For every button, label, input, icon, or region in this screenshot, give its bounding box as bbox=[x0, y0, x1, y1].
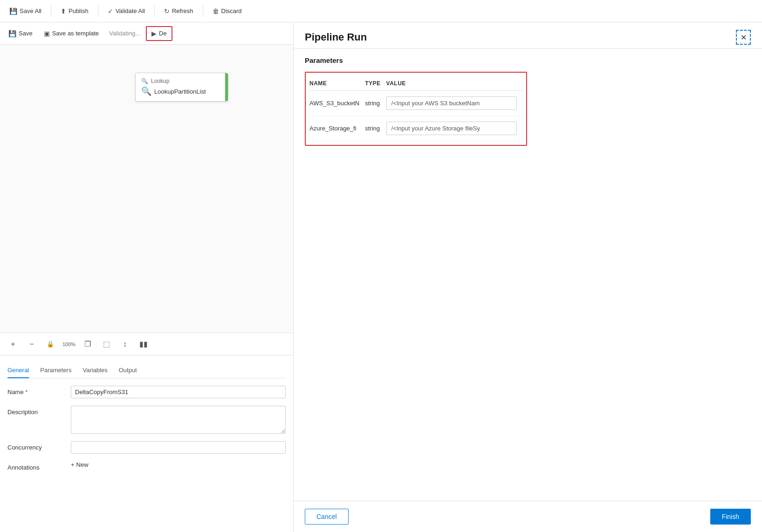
zoom-100-button[interactable]: 100% bbox=[62, 337, 76, 352]
panel-title: Pipeline Run bbox=[305, 31, 367, 43]
validating-status: Validating... bbox=[105, 30, 144, 37]
properties-tabs: General Parameters Variables Output bbox=[7, 363, 286, 378]
col-name: NAME bbox=[309, 76, 365, 91]
save-all-icon: 💾 bbox=[9, 7, 17, 15]
debug-icon: ▶ bbox=[151, 30, 157, 37]
minus-icon: − bbox=[29, 340, 34, 348]
param-name-0: AWS_S3_bucketN bbox=[309, 91, 365, 116]
tab-variables[interactable]: Variables bbox=[82, 363, 107, 378]
layout-icon: ▮▮ bbox=[139, 340, 148, 348]
refresh-icon: ↻ bbox=[164, 7, 170, 15]
validate-icon: ✓ bbox=[108, 7, 113, 15]
panel-footer: Cancel Finish bbox=[294, 501, 762, 532]
cancel-button[interactable]: Cancel bbox=[305, 509, 349, 525]
select-icon: ⬚ bbox=[103, 340, 110, 348]
annotations-row: Annotations + New bbox=[7, 461, 286, 471]
params-table: NAME TYPE VALUE AWS_S3_bucketN string Az… bbox=[309, 76, 522, 141]
expand-button[interactable]: ↕ bbox=[117, 337, 132, 352]
save-all-button[interactable]: 💾 Save All bbox=[4, 5, 47, 18]
divider-4 bbox=[203, 6, 203, 17]
col-value: VALUE bbox=[386, 76, 522, 91]
zoom-remove-button[interactable]: − bbox=[24, 337, 39, 352]
lock-icon: 🔒 bbox=[47, 341, 54, 348]
discard-button[interactable]: 🗑 Discard bbox=[207, 5, 247, 18]
pipeline-node[interactable]: 🔍 Lookup 🔍 LookupPartitionList bbox=[135, 73, 228, 102]
main-layout: 💾 Save ▣ Save as template Validating... … bbox=[0, 22, 762, 532]
new-annotation-button[interactable]: + New bbox=[71, 461, 89, 468]
top-toolbar: 💾 Save All ⬆ Publish ✓ Validate All ↻ Re… bbox=[0, 0, 762, 22]
layout-button[interactable]: ▮▮ bbox=[136, 337, 151, 352]
expand-icon: ↕ bbox=[123, 340, 127, 348]
param-value-cell-1 bbox=[386, 116, 522, 141]
name-row: Name * bbox=[7, 386, 286, 398]
panel-header: Pipeline Run ✕ bbox=[294, 22, 762, 49]
second-toolbar: 💾 Save ▣ Save as template Validating... … bbox=[0, 22, 293, 45]
divider-2 bbox=[98, 6, 98, 17]
close-icon: ✕ bbox=[741, 33, 747, 42]
search-icon: 🔍 bbox=[141, 86, 151, 96]
tab-parameters[interactable]: Parameters bbox=[40, 363, 71, 378]
lock-button[interactable]: 🔒 bbox=[43, 337, 58, 352]
zoom100-icon: 100% bbox=[62, 341, 76, 347]
annotations-label: Annotations bbox=[7, 461, 63, 471]
tab-general[interactable]: General bbox=[7, 363, 29, 378]
validate-all-button[interactable]: ✓ Validate All bbox=[102, 5, 151, 18]
zoom-add-button[interactable]: + bbox=[6, 337, 21, 352]
param-value-input-1[interactable] bbox=[386, 122, 517, 135]
divider-3 bbox=[154, 6, 155, 17]
params-highlight-region: NAME TYPE VALUE AWS_S3_bucketN string Az… bbox=[305, 72, 527, 146]
name-input[interactable] bbox=[71, 386, 286, 398]
concurrency-row: Concurrency bbox=[7, 441, 286, 454]
publish-button[interactable]: ⬆ Publish bbox=[55, 5, 94, 18]
params-subtitle: Parameters bbox=[305, 56, 751, 64]
save-as-template-button[interactable]: ▣ Save as template bbox=[39, 27, 103, 40]
close-button[interactable]: ✕ bbox=[736, 30, 751, 45]
param-row-1: Azure_Storage_fi string bbox=[309, 116, 522, 141]
name-label: Name * bbox=[7, 386, 63, 396]
tab-output[interactable]: Output bbox=[119, 363, 137, 378]
param-name-1: Azure_Storage_fi bbox=[309, 116, 365, 141]
fit-screen-button[interactable]: ❐ bbox=[80, 337, 95, 352]
debug-button[interactable]: ▶ De bbox=[146, 26, 172, 41]
discard-icon: 🗑 bbox=[213, 7, 219, 15]
right-panel: Pipeline Run ✕ Parameters NAME TYPE VALU… bbox=[294, 22, 762, 532]
col-type: TYPE bbox=[365, 76, 386, 91]
concurrency-input[interactable] bbox=[71, 441, 286, 454]
param-row-0: AWS_S3_bucketN string bbox=[309, 91, 522, 116]
template-icon: ▣ bbox=[44, 30, 50, 37]
panel-content: Parameters NAME TYPE VALUE AWS_S3_bucket… bbox=[294, 49, 762, 501]
left-panel: 💾 Save ▣ Save as template Validating... … bbox=[0, 22, 294, 532]
lookup-icon: 🔍 bbox=[141, 78, 148, 84]
select-button[interactable]: ⬚ bbox=[99, 337, 114, 352]
canvas-area: 🔍 Lookup 🔍 LookupPartitionList bbox=[0, 45, 293, 333]
node-title: 🔍 LookupPartitionList bbox=[141, 86, 222, 96]
node-header: 🔍 Lookup bbox=[141, 78, 222, 84]
divider-1 bbox=[51, 6, 51, 17]
description-input[interactable] bbox=[71, 406, 286, 434]
param-value-cell-0 bbox=[386, 91, 522, 116]
param-type-1: string bbox=[365, 116, 386, 141]
fit-icon: ❐ bbox=[84, 340, 91, 348]
zoom-toolbar: + − 🔒 100% ❐ ⬚ ↕ ▮▮ bbox=[0, 333, 293, 355]
save-button[interactable]: 💾 Save bbox=[4, 27, 37, 40]
param-value-input-0[interactable] bbox=[386, 96, 517, 110]
description-row: Description bbox=[7, 406, 286, 434]
properties-panel: General Parameters Variables Output Name… bbox=[0, 355, 293, 532]
plus-icon: + bbox=[11, 340, 15, 348]
save-icon: 💾 bbox=[8, 30, 16, 37]
description-label: Description bbox=[7, 406, 63, 416]
publish-icon: ⬆ bbox=[61, 7, 66, 15]
finish-button[interactable]: Finish bbox=[710, 509, 751, 525]
plus-annotation-icon: + bbox=[71, 461, 75, 468]
node-status-bar bbox=[225, 73, 228, 101]
param-type-0: string bbox=[365, 91, 386, 116]
concurrency-label: Concurrency bbox=[7, 441, 63, 451]
refresh-button[interactable]: ↻ Refresh bbox=[158, 5, 199, 18]
params-header-row: NAME TYPE VALUE bbox=[309, 76, 522, 91]
